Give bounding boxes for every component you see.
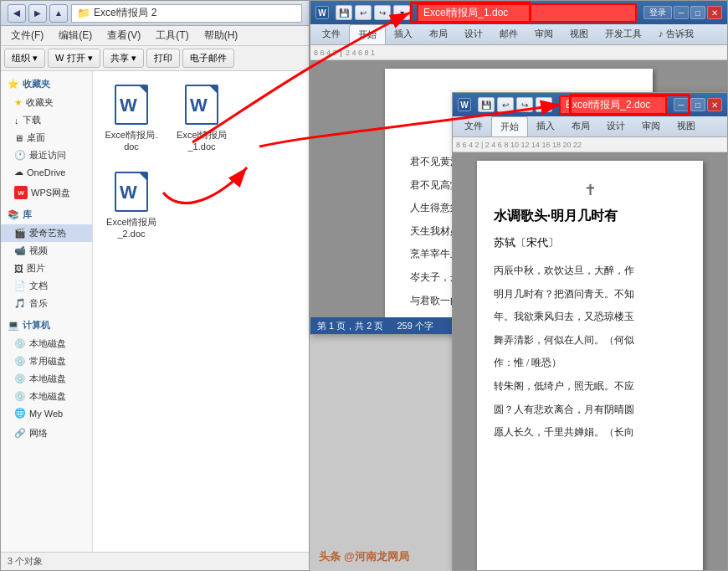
word1-save-btn[interactable]: 💾: [336, 5, 352, 20]
video-icon: 📹: [14, 245, 26, 256]
file-icon-0: W: [111, 83, 151, 126]
open-button[interactable]: W 打开 ▾: [48, 49, 100, 68]
sidebar-item-video[interactable]: 📹 视频: [1, 242, 92, 260]
sidebar-item-documents[interactable]: 📄 文档: [1, 277, 92, 295]
word2-app-icon: W: [458, 98, 471, 111]
word2-maximize-btn[interactable]: □: [690, 98, 705, 111]
word1-tab-design[interactable]: 设计: [456, 24, 491, 44]
word1-title-text: Excel情报局_1.doc: [417, 3, 637, 23]
menu-file[interactable]: 文件(F): [4, 27, 50, 44]
word1-title-bar: W 💾 ↩ ↪ ▾ Excel情报局_1.doc 登录 ─ □ ✕: [310, 1, 727, 24]
forward-button[interactable]: ▶: [28, 4, 47, 23]
sidebar-item-pictures[interactable]: 🖼 图片: [1, 260, 92, 277]
word2-title-text: Excel情报局_2.doc: [559, 95, 667, 115]
sidebar-item-downloads[interactable]: ↓ 下载: [1, 111, 92, 129]
sidebar-item-favorites[interactable]: ★ 收藏夹: [1, 94, 92, 111]
sidebar-item-common-disk[interactable]: 💿 常用磁盘: [1, 352, 92, 370]
sidebar-wps-section: W WPS网盘: [1, 183, 92, 202]
sidebar-item-iqiyi[interactable]: 🎬 爱奇艺热: [1, 224, 92, 242]
word2-save-btn[interactable]: 💾: [478, 97, 495, 112]
sidebar-item-wps[interactable]: W WPS网盘: [1, 183, 92, 202]
sidebar-item-local-e[interactable]: 💿 本地磁盘: [1, 370, 92, 388]
word2-undo-btn[interactable]: ↩: [497, 97, 514, 112]
nav-buttons: ◀ ▶ ▲: [8, 4, 68, 23]
word2-close-btn[interactable]: ✕: [707, 98, 722, 111]
menu-bar: 文件(F) 编辑(E) 查看(V) 工具(T) 帮助(H): [1, 26, 309, 46]
word2-tab-design[interactable]: 设计: [598, 116, 633, 136]
word1-login-btn[interactable]: 登录: [643, 6, 672, 19]
word2-content: ✝ 水调歌头·明月几时有 苏轼〔宋代〕 丙辰中秋，欢饮达旦，大醉，作 明月几时有…: [453, 152, 727, 570]
word1-ruler: 8 6 4 2 | 2 4 6 8 1: [310, 45, 727, 60]
sidebar-item-desktop[interactable]: 🖥 桌面: [1, 129, 92, 147]
computer-icon: 💻: [8, 320, 19, 331]
email-button[interactable]: 电子邮件: [182, 49, 234, 68]
word1-app-icon: W: [315, 6, 329, 19]
sidebar-network-section: 🔗 网络: [1, 424, 92, 442]
word1-maximize-btn[interactable]: □: [690, 6, 705, 19]
word-window-2: W 💾 ↩ ↪ ▾ Excel情报局_2.doc ─ □ ✕ 文件 开始 插入 …: [452, 92, 728, 571]
word2-tab-view[interactable]: 视图: [669, 116, 704, 136]
word2-tab-insert[interactable]: 插入: [528, 116, 563, 136]
word2-tab-home[interactable]: 开始: [491, 116, 528, 136]
sidebar-item-recent[interactable]: 🕐 最近访问: [1, 147, 92, 164]
word2-minimize-btn[interactable]: ─: [674, 98, 689, 111]
word2-redo-btn[interactable]: ↪: [516, 97, 533, 112]
document-icon: 📄: [14, 280, 26, 291]
file-label-0: Excel情报局.doc: [105, 129, 158, 153]
organize-button[interactable]: 组织 ▾: [4, 49, 45, 68]
menu-edit[interactable]: 编辑(E): [52, 27, 99, 44]
menu-help[interactable]: 帮助(H): [197, 27, 245, 44]
sidebar-item-music[interactable]: 🎵 音乐: [1, 295, 92, 312]
word1-qa-dropdown[interactable]: ▾: [393, 5, 410, 20]
file-icon-1: W: [182, 83, 222, 126]
wps-icon: W: [14, 186, 28, 199]
back-button[interactable]: ◀: [8, 4, 26, 23]
computer-header: 💻 计算机: [1, 316, 92, 335]
sidebar-item-myweb[interactable]: 🌐 My Web: [1, 405, 92, 421]
word1-tab-mail[interactable]: 邮件: [491, 24, 526, 44]
menu-view[interactable]: 查看(V): [100, 27, 147, 44]
word2-doc-title: 水调歌头·明月几时有: [494, 208, 686, 225]
sidebar-item-local-f[interactable]: 💿 本地磁盘: [1, 388, 92, 405]
sidebar-item-network[interactable]: 🔗 网络: [1, 424, 92, 442]
up-button[interactable]: ▲: [49, 4, 68, 23]
word1-tab-tellme[interactable]: ♪ 告诉我: [650, 24, 702, 44]
file-item-2[interactable]: W Excel情报局_2.doc: [101, 167, 161, 244]
word2-tab-layout[interactable]: 布局: [563, 116, 598, 136]
explorer-body: ⭐ 收藏夹 ★ 收藏夹 ↓ 下载 🖥 桌面 🕐 最近访问: [1, 71, 309, 552]
word2-tab-file[interactable]: 文件: [456, 116, 491, 136]
sidebar-item-onedrive[interactable]: ☁ OneDrive: [1, 164, 92, 180]
word1-minimize-btn[interactable]: ─: [674, 6, 689, 19]
word2-line-2: 年。我欲乘风归去，又恐琼楼玉: [494, 308, 686, 327]
word1-tab-view[interactable]: 视图: [561, 24, 597, 44]
word1-tab-file[interactable]: 文件: [314, 24, 349, 44]
explorer-title-bar: ◀ ▶ ▲ 📁 Excel情报局 2: [1, 1, 309, 26]
word2-line-6: 圆？人有悲欢离合，月有阴晴圆: [494, 401, 686, 419]
file-item-1[interactable]: W Excel情报局_1.doc: [172, 80, 232, 157]
share-button[interactable]: 共享 ▾: [103, 49, 144, 68]
toolbar: 组织 ▾ W 打开 ▾ 共享 ▾ 打印 电子邮件: [1, 46, 309, 71]
word2-qa-dropdown[interactable]: ▾: [536, 97, 552, 112]
menu-tools[interactable]: 工具(T): [149, 27, 195, 44]
print-button[interactable]: 打印: [146, 49, 180, 68]
word1-ribbon: 文件 开始 插入 布局 设计 邮件 审阅 视图 开发工具 ♪ 告诉我: [310, 24, 727, 45]
word1-close-btn[interactable]: ✕: [707, 6, 722, 19]
file-item-0[interactable]: W Excel情报局.doc: [101, 80, 161, 157]
word1-undo-btn[interactable]: ↩: [355, 5, 372, 20]
word2-line-4: 作：惟 / 唯恐）: [494, 354, 686, 373]
word2-cross-mark: ✝: [494, 181, 686, 199]
word2-tab-review[interactable]: 审阅: [633, 116, 669, 136]
word1-tab-insert[interactable]: 插入: [386, 24, 421, 44]
word1-redo-btn[interactable]: ↪: [374, 5, 391, 20]
word1-tab-home[interactable]: 开始: [349, 24, 386, 44]
status-text: 3 个对象: [8, 555, 43, 568]
disk-icon-d: 💿: [14, 356, 26, 367]
word1-tab-review[interactable]: 审阅: [526, 24, 561, 44]
sidebar-item-local-c[interactable]: 💿 本地磁盘: [1, 335, 92, 352]
sidebar-computer-section: 💻 计算机 💿 本地磁盘 💿 常用磁盘 💿 本地磁盘 💿 本地磁盘: [1, 316, 92, 421]
address-bar[interactable]: 📁 Excel情报局 2: [71, 4, 302, 23]
word1-tab-layout[interactable]: 布局: [421, 24, 456, 44]
word1-tab-developer[interactable]: 开发工具: [597, 24, 650, 44]
network-icon: 🔗: [14, 428, 26, 439]
word2-line-1: 明月几时有？把酒问青天。不知: [494, 286, 686, 304]
